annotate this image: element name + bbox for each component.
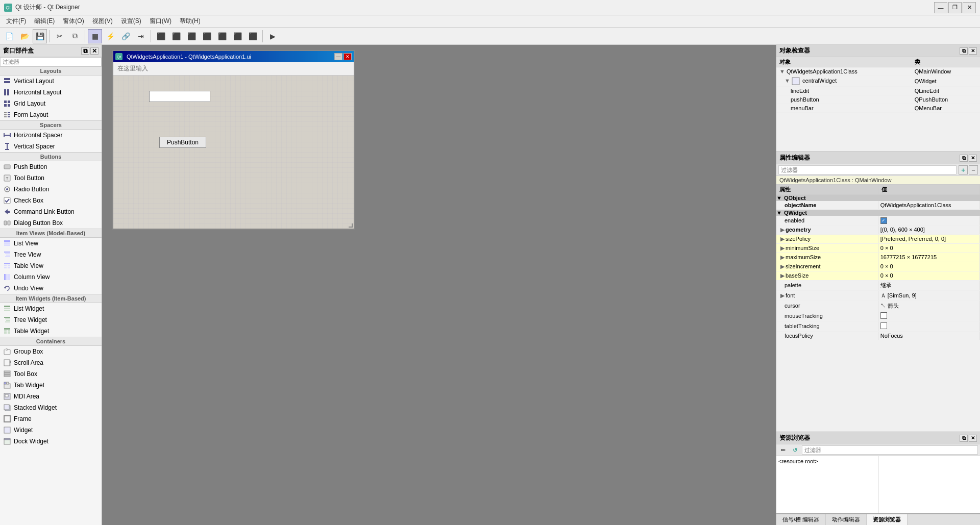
obj-row-3[interactable]: pushButton QPushButton (776, 95, 980, 104)
wb-item-scroll-area[interactable]: Scroll Area (0, 357, 102, 368)
prop-row-basesize[interactable]: ▶baseSize 0 × 0 (776, 271, 980, 280)
menu-help[interactable]: 帮助(H) (176, 16, 205, 27)
tb-layout-h[interactable]: ⬛ (154, 29, 168, 43)
tb-new[interactable]: 📄 (2, 29, 16, 43)
wb-item-vertical-spacer[interactable]: Vertical Spacer (0, 141, 102, 152)
prop-row-sizepolicy[interactable]: ▶sizePolicy [Preferred, Preferred, 0, 0] (776, 234, 980, 243)
prop-val-maximumsize[interactable]: 16777215 × 16777215 (878, 253, 979, 262)
prop-row-cursor[interactable]: cursor ↖ 箭头 (776, 301, 980, 311)
tb-layout-form[interactable]: ⬛ (200, 29, 214, 43)
close-button[interactable]: ✕ (963, 2, 976, 13)
wb-item-horizontal-spacer[interactable]: Horizontal Spacer (0, 130, 102, 141)
menu-file[interactable]: 文件(F) (2, 16, 30, 27)
prop-val-sizeincrement[interactable]: 0 × 0 (878, 262, 979, 271)
tb-preview[interactable]: ▶ (265, 29, 280, 43)
wb-item-mdi-area[interactable]: MDI Area (0, 391, 102, 402)
obj-row-4[interactable]: menuBar QMenuBar (776, 104, 980, 113)
obj-row-2[interactable]: lineEdit QLineEdit (776, 87, 980, 95)
wb-item-tree-widget[interactable]: Tree Widget (0, 314, 102, 326)
prop-val-focuspolicy[interactable]: NoFocus (878, 331, 979, 340)
tab-resource-browser[interactable]: 资源浏览器 (867, 514, 908, 525)
prop-row-font[interactable]: ▶font Ａ [SimSun, 9] (776, 290, 980, 301)
obj-row-0[interactable]: ▼ QtWidgetsApplication1Class QMainWindow (776, 67, 980, 76)
prop-row-mousetracking[interactable]: mouseTracking (776, 311, 980, 321)
resource-reload-btn[interactable]: ↺ (790, 446, 800, 455)
wb-item-undo-view[interactable]: Undo View (0, 283, 102, 294)
obj-inspector-float-btn[interactable]: ⧉ (960, 47, 968, 55)
wb-item-vertical-layout[interactable]: Vertical Layout (0, 76, 102, 87)
prop-val-cursor[interactable]: ↖ 箭头 (878, 301, 979, 311)
prop-enabled-checkbox[interactable]: ✓ (880, 217, 887, 224)
tb-widget-editor[interactable]: ▦ (88, 29, 102, 43)
menu-edit[interactable]: 编辑(E) (30, 16, 59, 27)
wb-item-stacked-widget[interactable]: Stacked Widget (0, 402, 102, 413)
wb-close-btn[interactable]: ✕ (90, 47, 99, 55)
wb-item-tree-view[interactable]: Tree View (0, 249, 102, 260)
prop-row-sizeincrement[interactable]: ▶sizeIncrement 0 × 0 (776, 262, 980, 271)
tb-open[interactable]: 📂 (17, 29, 32, 43)
property-filter-input[interactable] (778, 165, 957, 174)
wb-item-table-view[interactable]: Table View (0, 260, 102, 271)
prop-row-maximumsize[interactable]: ▶maximumSize 16777215 × 16777215 (776, 253, 980, 262)
prop-row-enabled[interactable]: enabled ✓ (776, 216, 980, 225)
design-line-edit[interactable] (149, 91, 210, 102)
widget-box-filter[interactable] (0, 57, 102, 66)
wb-item-dock-widget[interactable]: Dock Widget (0, 436, 102, 447)
prop-row-geometry[interactable]: ▶geometry [(0, 0), 600 × 400] (776, 225, 980, 234)
tb-layout-v[interactable]: ⬛ (169, 29, 183, 43)
tb-cut[interactable]: ✂ (53, 29, 67, 43)
wb-item-tool-box[interactable]: Tool Box (0, 368, 102, 380)
prop-val-sizepolicy[interactable]: [Preferred, Preferred, 0, 0] (878, 234, 979, 243)
wb-item-column-view[interactable]: Column View (0, 271, 102, 283)
menu-settings[interactable]: 设置(S) (117, 16, 145, 27)
inner-content[interactable]: PushButton (113, 76, 354, 229)
prop-row-focuspolicy[interactable]: focusPolicy NoFocus (776, 331, 980, 340)
tb-signal-slot[interactable]: ⚡ (103, 29, 117, 43)
resize-handle[interactable] (349, 223, 353, 228)
wb-item-command-link-button[interactable]: Command Link Button (0, 206, 102, 217)
design-push-button[interactable]: PushButton (159, 137, 206, 148)
prop-remove-btn[interactable]: − (969, 165, 978, 174)
prop-val-basesize[interactable]: 0 × 0 (878, 271, 979, 280)
wb-item-form-layout[interactable]: Form Layout (0, 109, 102, 120)
menu-view[interactable]: 视图(V) (88, 16, 117, 27)
inner-minimize-btn[interactable]: — (334, 53, 342, 60)
restore-button[interactable]: ❐ (948, 2, 962, 13)
tb-layout-hspacer[interactable]: ⬛ (246, 29, 260, 43)
prop-val-objectname[interactable]: QtWidgetsApplication1Class (878, 201, 979, 210)
prop-editor-float-btn[interactable]: ⧉ (960, 155, 968, 162)
prop-row-objectname[interactable]: objectName QtWidgetsApplication1Class (776, 201, 980, 210)
minimize-button[interactable]: — (934, 2, 947, 13)
menu-form[interactable]: 窗体(O) (59, 16, 88, 27)
wb-item-check-box[interactable]: Check Box (0, 195, 102, 206)
wb-float-btn[interactable]: ⧉ (81, 47, 89, 55)
wb-item-tool-button[interactable]: T Tool Button (0, 172, 102, 184)
prop-editor-close-btn[interactable]: ✕ (969, 155, 977, 162)
prop-val-font[interactable]: Ａ [SimSun, 9] (878, 290, 979, 301)
prop-add-btn[interactable]: + (959, 165, 968, 174)
wb-item-table-widget[interactable]: Table Widget (0, 326, 102, 337)
tb-layout-g[interactable]: ⬛ (184, 29, 199, 43)
prop-tablettracking-checkbox[interactable] (880, 322, 887, 329)
prop-val-minimumsize[interactable]: 0 × 0 (878, 243, 979, 253)
wb-item-list-view[interactable]: List View (0, 238, 102, 249)
wb-item-horizontal-layout[interactable]: Horizontal Layout (0, 87, 102, 98)
wb-item-frame[interactable]: Frame (0, 413, 102, 424)
prop-row-minimumsize[interactable]: ▶minimumSize 0 × 0 (776, 243, 980, 253)
obj-row-1[interactable]: ▼ centralWidget QWidget (776, 76, 980, 87)
tb-copy[interactable]: ⧉ (68, 29, 82, 43)
prop-val-palette[interactable]: 继承 (878, 280, 979, 290)
tab-signal-slot[interactable]: 信号/槽 编辑器 (776, 514, 826, 525)
obj-inspector-close-btn[interactable]: ✕ (969, 47, 977, 55)
tb-layout-break[interactable]: ⬛ (215, 29, 229, 43)
menu-window[interactable]: 窗口(W) (145, 16, 176, 27)
prop-row-palette[interactable]: palette 继承 (776, 280, 980, 290)
wb-item-grid-layout[interactable]: Grid Layout (0, 98, 102, 109)
inner-close-btn[interactable]: ✕ (344, 53, 352, 60)
resource-filter-input[interactable] (802, 445, 978, 455)
prop-row-tablettracking[interactable]: tabletTracking (776, 321, 980, 331)
tb-save[interactable]: 💾 (33, 29, 47, 43)
tb-tab-order[interactable]: ⇥ (134, 29, 148, 43)
wb-item-push-button[interactable]: Push Button (0, 161, 102, 172)
resource-close-btn[interactable]: ✕ (969, 435, 977, 442)
